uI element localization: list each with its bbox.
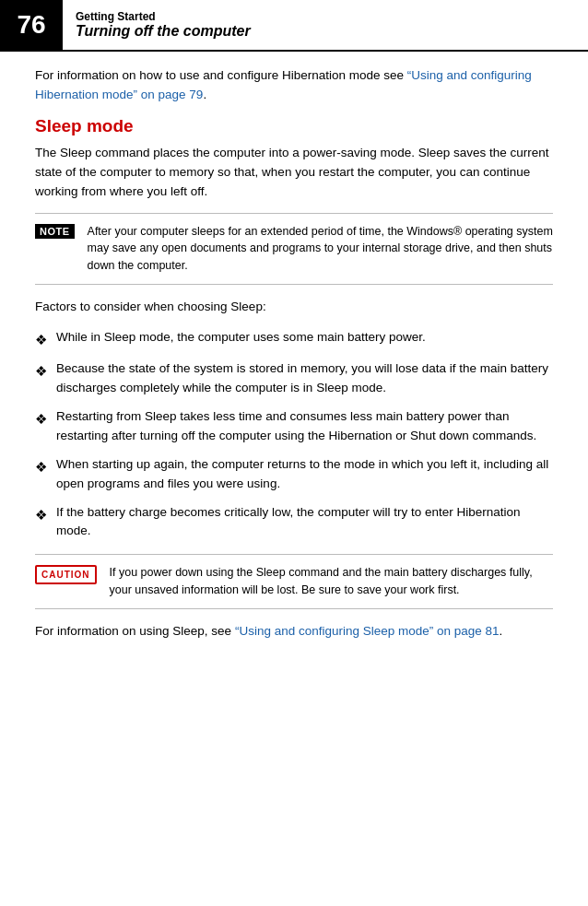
note-label: NOTE bbox=[35, 224, 75, 239]
intro-paragraph: For information on how to use and config… bbox=[35, 66, 553, 105]
sleep-mode-link[interactable]: “Using and configuring Sleep mode” on pa… bbox=[235, 624, 500, 638]
bullet-diamond-icon: ❖ bbox=[35, 360, 47, 382]
bullet-list: ❖While in Sleep mode, the computer uses … bbox=[35, 328, 553, 542]
list-item-text: While in Sleep mode, the computer uses s… bbox=[56, 328, 426, 347]
list-item: ❖Because the state of the system is stor… bbox=[35, 359, 553, 398]
list-item-text: Because the state of the system is store… bbox=[56, 359, 553, 398]
final-para-end: . bbox=[500, 624, 503, 638]
page-header: 76 Getting Started Turning off the compu… bbox=[0, 0, 588, 52]
final-paragraph: For information on using Sleep, see “Usi… bbox=[35, 622, 553, 641]
bullet-diamond-icon: ❖ bbox=[35, 329, 47, 350]
caution-label: CAUTION bbox=[35, 565, 97, 584]
list-item-text: Restarting from Sleep takes less time an… bbox=[56, 407, 553, 446]
list-item: ❖When starting up again, the computer re… bbox=[35, 455, 553, 494]
final-para-start: For information on using Sleep, see bbox=[35, 624, 231, 638]
page-number: 76 bbox=[0, 0, 63, 50]
list-item: ❖While in Sleep mode, the computer uses … bbox=[35, 328, 553, 350]
note-text: After your computer sleeps for an extend… bbox=[88, 223, 553, 275]
caution-text: If you power down using the Sleep comman… bbox=[110, 564, 553, 599]
header-title: Turning off the computer bbox=[76, 23, 251, 40]
header-category: Getting Started bbox=[76, 10, 251, 23]
bullet-diamond-icon: ❖ bbox=[35, 456, 47, 477]
list-item-text: When starting up again, the computer ret… bbox=[56, 455, 553, 494]
sleep-description: The Sleep command places the computer in… bbox=[35, 144, 553, 202]
caution-box: CAUTION If you power down using the Slee… bbox=[35, 554, 553, 609]
header-text-block: Getting Started Turning off the computer bbox=[63, 0, 251, 50]
list-item: ❖Restarting from Sleep takes less time a… bbox=[35, 407, 553, 446]
bullet-diamond-icon: ❖ bbox=[35, 408, 47, 429]
intro-text-before-link: For information on how to use and config… bbox=[35, 68, 404, 82]
list-item: ❖If the battery charge becomes criticall… bbox=[35, 503, 553, 542]
bullet-diamond-icon: ❖ bbox=[35, 504, 47, 525]
factors-intro: Factors to consider when choosing Sleep: bbox=[35, 298, 553, 317]
sleep-mode-heading: Sleep mode bbox=[35, 116, 553, 136]
intro-text-end: . bbox=[203, 88, 206, 101]
list-item-text: If the battery charge becomes critically… bbox=[56, 503, 553, 542]
main-content: For information on how to use and config… bbox=[0, 52, 588, 656]
note-box: NOTE After your computer sleeps for an e… bbox=[35, 213, 553, 285]
